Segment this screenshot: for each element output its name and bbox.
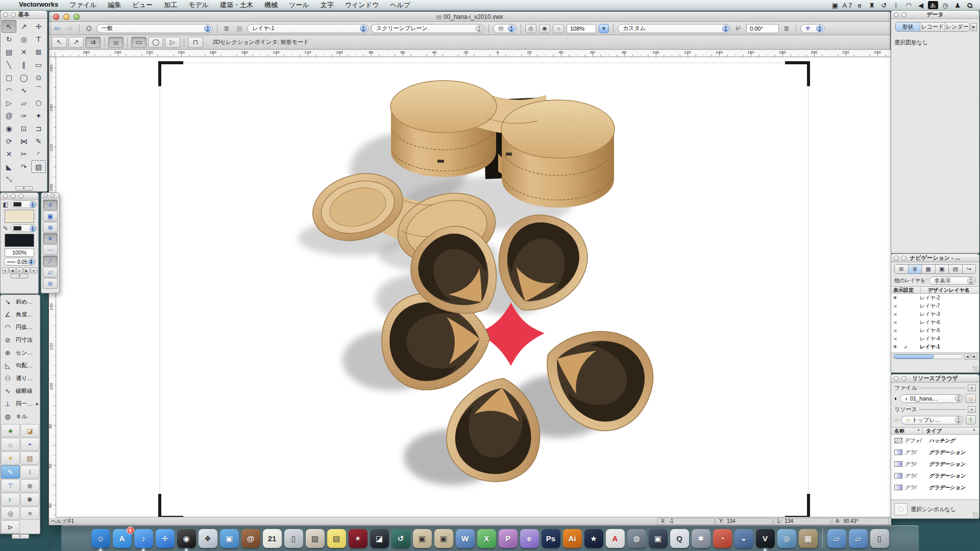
- time-machine-dock-icon[interactable]: ↺: [391, 529, 410, 548]
- diode-toolset[interactable]: ⊳: [1, 520, 20, 534]
- tab-形状[interactable]: 形状: [896, 22, 920, 31]
- furniture-toolset[interactable]: ▤: [20, 452, 39, 465]
- safari-dock-icon[interactable]: ✛: [156, 529, 175, 548]
- active-layer-combo[interactable]: レイヤ-1▲▼: [247, 24, 369, 33]
- valve-toolset[interactable]: ⊗: [20, 479, 39, 492]
- ical-dock-icon[interactable]: 21: [263, 529, 282, 548]
- callout-tool[interactable]: ▤: [2, 45, 16, 58]
- hidden-x-icon[interactable]: ✕: [891, 328, 899, 334]
- double-line-tool[interactable]: ∥: [16, 58, 31, 71]
- photo-app-dock-icon[interactable]: ❖: [199, 529, 217, 548]
- polygon-tool[interactable]: ▷: [2, 96, 16, 109]
- magic-wand-tool[interactable]: ✦: [31, 109, 46, 122]
- forward-button[interactable]: ⇨: [65, 24, 75, 33]
- snap-intersection[interactable]: ✕: [43, 233, 58, 244]
- wifi-icon[interactable]: ◠: [903, 2, 914, 9]
- address-book-dock-icon[interactable]: @: [241, 529, 260, 548]
- itunes-dock-icon[interactable]: ♪: [134, 529, 153, 548]
- angle-field[interactable]: 0.00°: [746, 24, 779, 33]
- files-disclosure-button[interactable]: ▼: [968, 385, 976, 391]
- chamfer-tool[interactable]: ◣: [2, 160, 16, 173]
- nav-viewports[interactable]: ▣: [936, 265, 949, 273]
- palette-collapse-button[interactable]: [11, 193, 16, 198]
- spiral-tool[interactable]: @: [2, 109, 16, 122]
- resource-row[interactable]: グラ/グラデーション: [891, 470, 979, 482]
- gear-toolset[interactable]: ✱: [20, 493, 39, 506]
- resize-grip[interactable]: [973, 366, 978, 372]
- menu-item-3[interactable]: ビュー: [127, 1, 159, 10]
- trim-tool[interactable]: ✕: [2, 147, 16, 160]
- layers-icon[interactable]: ≣: [222, 24, 232, 32]
- fill-style-combo[interactable]: ▲▼: [11, 201, 37, 208]
- screw-toolset[interactable]: ≡: [20, 507, 39, 520]
- lighting-toolset[interactable]: ☀: [1, 452, 20, 465]
- layer-row[interactable]: ✕レイヤ-5: [891, 327, 979, 335]
- visibility-tool[interactable]: ◉: [2, 122, 16, 135]
- installer-box-2-dock-icon[interactable]: ▣: [434, 529, 453, 548]
- zoom-dropdown-button[interactable]: ▼: [599, 24, 609, 33]
- tab-レンダー[interactable]: レンダー: [945, 22, 969, 31]
- dim-tool-7[interactable]: ∿破断線: [1, 385, 40, 397]
- fitting-toolset[interactable]: ⊦: [1, 493, 20, 506]
- layer-row[interactable]: 👁レイヤ-2: [891, 294, 979, 302]
- visible-eye-icon[interactable]: 👁: [891, 344, 899, 349]
- layer-row[interactable]: ✕レイヤ-3: [891, 310, 979, 318]
- other-layers-combo[interactable]: 非表示▲▼: [929, 277, 976, 285]
- layer-row[interactable]: ✕レイヤ-4: [891, 335, 979, 343]
- snap-grid[interactable]: #: [43, 199, 58, 210]
- mode-button-7[interactable]: ◯: [148, 37, 163, 48]
- palette-zoom-button[interactable]: [18, 193, 23, 198]
- page-combo[interactable]: ▤▲▼: [493, 24, 517, 33]
- attr-link-button[interactable]: ∞: [16, 267, 23, 273]
- eyedropper-tool[interactable]: ✑: [16, 109, 31, 122]
- idvd-dock-icon[interactable]: ◪: [370, 529, 389, 548]
- zoom-in-button[interactable]: ○: [553, 24, 564, 33]
- imovie-dock-icon[interactable]: ✶: [349, 529, 368, 548]
- archive-icon[interactable]: ♜: [867, 2, 877, 9]
- rotate-tool[interactable]: ⟳: [2, 135, 16, 147]
- dim-tool-0[interactable]: ↘斜め…: [1, 295, 40, 308]
- facetime-dock-icon[interactable]: ▣: [220, 529, 239, 548]
- select-similar-tool[interactable]: ⊡: [16, 122, 31, 135]
- 2d-selection-tool[interactable]: ↖: [2, 20, 16, 33]
- palette-collapse-button[interactable]: [51, 193, 55, 197]
- workspace-icon[interactable]: ⌬: [84, 24, 94, 32]
- attr-next-button[interactable]: ▶: [23, 267, 30, 273]
- dashboard-dock-icon[interactable]: ◉: [177, 529, 196, 548]
- delete-tool[interactable]: ✕: [16, 45, 31, 58]
- hidden-x-icon[interactable]: ✕: [891, 336, 899, 342]
- layer-row[interactable]: ✕レイヤ-7: [891, 302, 979, 310]
- palette-shrink-button[interactable]: ▼: [11, 274, 28, 279]
- mirror-tool[interactable]: ⋈: [16, 135, 31, 147]
- arc-tool[interactable]: ◠: [2, 84, 16, 96]
- visibility-column-header[interactable]: 表示設定: [891, 287, 921, 294]
- oval-tool[interactable]: ⊙: [31, 71, 46, 84]
- snap-edge[interactable]: ∕: [43, 256, 58, 266]
- finder-dock-icon[interactable]: ☺: [91, 529, 110, 548]
- reshape-tool[interactable]: ⊐: [31, 122, 46, 135]
- excel-dock-icon[interactable]: X: [477, 529, 496, 548]
- tool-set-combo[interactable]: 一般▲▼: [96, 24, 213, 33]
- dim-tool-4[interactable]: ⊕セン…: [1, 346, 40, 359]
- resources-disclosure-button[interactable]: ▼: [968, 406, 976, 413]
- pan-tool[interactable]: ✛: [31, 20, 46, 33]
- user-icon[interactable]: ♟: [952, 2, 963, 9]
- text-tool[interactable]: T: [31, 33, 46, 45]
- attr-option2-button[interactable]: ▾: [31, 267, 37, 273]
- dim-tool-3[interactable]: ⊘円寸法: [1, 334, 40, 346]
- snap-tangent[interactable]: ⊘: [43, 278, 58, 289]
- drawing-canvas[interactable]: [49, 57, 891, 518]
- dim-tool-9[interactable]: ◍キル: [1, 410, 40, 423]
- freehand-tool[interactable]: ∿: [16, 84, 31, 96]
- zoom-percent-field[interactable]: 108%: [567, 24, 596, 33]
- menu-app[interactable]: Vectorworks: [13, 1, 64, 10]
- app-dark-1-dock-icon[interactable]: ▣: [649, 529, 668, 548]
- clock-icon[interactable]: ◷: [940, 2, 950, 9]
- mode-button-8[interactable]: ▷: [165, 37, 180, 48]
- acrobat-dock-icon[interactable]: A: [606, 529, 625, 548]
- dim-tool-1[interactable]: ∠角度…: [1, 308, 40, 321]
- resource-row[interactable]: グラ/グラデーション: [891, 458, 979, 470]
- volume-icon[interactable]: ◀: [916, 2, 926, 9]
- hidden-x-icon[interactable]: ✕: [891, 312, 899, 317]
- palette-shrink-button[interactable]: ▼: [12, 534, 29, 539]
